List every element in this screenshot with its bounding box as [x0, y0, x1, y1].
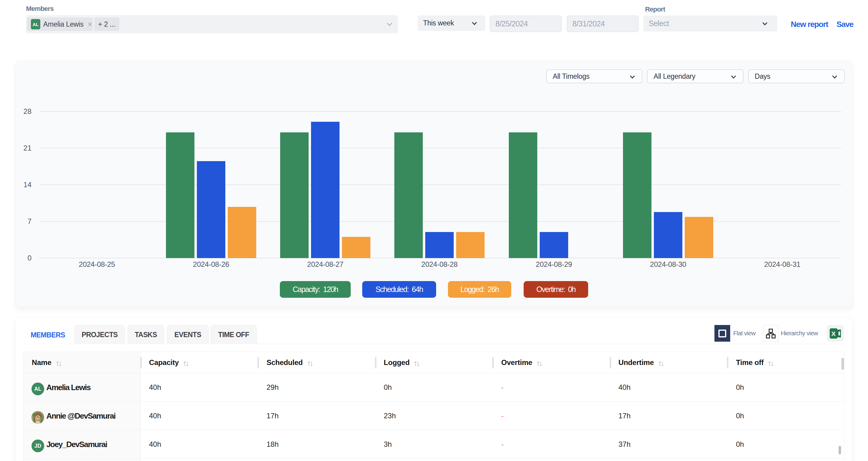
svg-text:2024-08-30: 2024-08-30 [650, 260, 686, 268]
svg-text:2024-08-28: 2024-08-28 [421, 260, 458, 268]
svg-text:21: 21 [23, 144, 31, 152]
svg-text:28: 28 [23, 107, 31, 115]
svg-text:7: 7 [28, 217, 31, 225]
svg-text:2024-08-27: 2024-08-27 [307, 260, 343, 268]
svg-text:X: X [831, 330, 835, 337]
svg-text:14: 14 [23, 181, 31, 189]
svg-text:2024-08-29: 2024-08-29 [536, 260, 572, 268]
svg-text:0: 0 [28, 254, 31, 262]
svg-text:2024-08-25: 2024-08-25 [79, 260, 115, 268]
svg-text:2024-08-31: 2024-08-31 [764, 260, 801, 268]
svg-text:2024-08-26: 2024-08-26 [193, 260, 229, 268]
